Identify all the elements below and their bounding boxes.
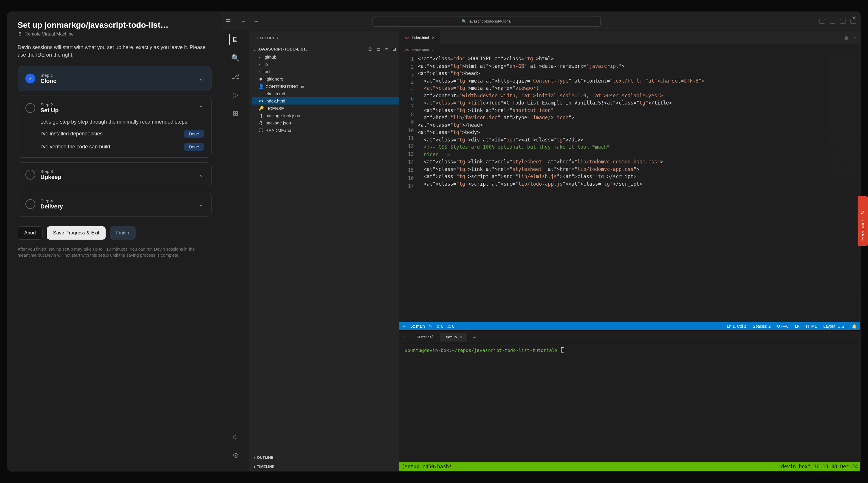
add-terminal-icon[interactable]: ＋ xyxy=(468,333,480,341)
done-button-deps[interactable]: Done xyxy=(184,130,204,138)
file-icon: ↓ xyxy=(258,91,263,96)
file-.github[interactable]: .github xyxy=(252,53,399,61)
indent-setting[interactable]: Spaces: 2 xyxy=(753,324,771,329)
check-icon: ✓ xyxy=(25,73,35,84)
file-index.html[interactable]: <>index.html xyxy=(252,97,399,104)
account-icon[interactable]: ☺ xyxy=(230,431,241,443)
command-center[interactable]: 🔍 javascript-todo-list-tutorial xyxy=(373,16,600,27)
chevron-up-icon[interactable]: ⌃ xyxy=(199,104,204,112)
layout-left-icon[interactable] xyxy=(819,19,825,24)
step-clone[interactable]: ✓ Step 1 Clone ⌄ xyxy=(18,66,212,91)
encoding[interactable]: UTF-8 xyxy=(777,324,788,329)
file-package-lock.json[interactable]: {}package-lock.json xyxy=(252,112,399,119)
remote-indicator-icon[interactable]: ⇋ xyxy=(403,324,406,329)
file-.gitignore[interactable]: ◆.gitignore xyxy=(252,75,399,83)
line-number: 12 xyxy=(399,143,414,151)
more-icon[interactable]: ⋯ xyxy=(852,35,856,40)
debug-icon[interactable]: ▷ xyxy=(230,89,241,101)
explorer-sidebar: EXPLORER ⋯ ⌄ JAVASCRIPT-TODO-LIST… 🗋 🗀 ⟳… xyxy=(249,31,399,471)
file-icon: 👤 xyxy=(258,84,263,89)
tmux-status: [setup-c450:bash* "devin-box" 16:13 08-D… xyxy=(399,462,860,471)
step-delivery[interactable]: Step 4 Delivery ⌄ xyxy=(18,192,212,216)
abort-button[interactable]: Abort xyxy=(18,227,43,240)
editor-tab-index-html[interactable]: <> index.html ✕ xyxy=(399,31,440,44)
chevron-down-icon[interactable]: ⌄ xyxy=(199,171,204,178)
file-icon: 🔑 xyxy=(258,105,263,111)
close-icon[interactable]: ✕ xyxy=(460,335,462,339)
outline-section[interactable]: › OUTLINE xyxy=(249,453,399,462)
language-mode[interactable]: HTML xyxy=(806,324,817,329)
line-number: 1 xyxy=(399,55,414,63)
cursor-position[interactable]: Ln 1, Col 1 xyxy=(727,324,746,329)
file-README.md[interactable]: ⓘREADME.md xyxy=(252,126,399,134)
line-number: 17 xyxy=(399,182,414,190)
refresh-icon[interactable]: ⟳ xyxy=(385,47,389,52)
search-icon: 🔍 xyxy=(462,19,466,23)
code-editor[interactable]: 1234567891011121314151617 <!at">class="d… xyxy=(399,55,860,322)
layout-right-icon[interactable] xyxy=(840,19,846,24)
file-test[interactable]: test xyxy=(252,68,399,75)
minimap[interactable] xyxy=(829,55,860,322)
search-activity-icon[interactable]: 🔍 xyxy=(230,52,241,64)
chevron-right-icon: › xyxy=(432,48,433,52)
explorer-icon[interactable]: 🗎 xyxy=(229,34,241,45)
collapse-icon[interactable]: ⊟ xyxy=(393,47,396,52)
footer-note: After you finish, saving setup may take … xyxy=(18,246,212,258)
terminal-body[interactable]: ubuntu@devin-box:~/repos/javascript-todo… xyxy=(399,344,860,462)
line-number: 2 xyxy=(399,63,414,71)
feedback-button[interactable]: Feedback ☺ xyxy=(858,196,868,246)
chevron-down-icon[interactable]: ⌄ xyxy=(199,75,204,82)
menu-icon[interactable]: ☰ xyxy=(226,18,235,25)
task-row-deps: I've installed dependencies Done xyxy=(40,130,204,138)
nav-forward-icon[interactable]: → xyxy=(250,17,262,26)
gear-icon[interactable]: ⚙ xyxy=(230,450,241,461)
chevron-down-icon[interactable]: ⌄ xyxy=(199,201,204,208)
new-file-icon[interactable]: 🗋 xyxy=(368,47,372,52)
new-folder-icon[interactable]: 🗀 xyxy=(376,47,381,52)
sync-icon[interactable]: ⟳ xyxy=(429,324,432,329)
terminal-prompt-icon: ›_ xyxy=(403,335,407,339)
line-number: 7 xyxy=(399,103,414,111)
errors-count[interactable]: ⊘ 0 xyxy=(436,324,443,329)
smile-icon: ☺ xyxy=(860,210,865,216)
nav-back-icon[interactable]: ← xyxy=(238,17,249,26)
step-upkeep[interactable]: Step 3 Upkeep ⌄ xyxy=(18,162,212,187)
eol[interactable]: LF xyxy=(795,324,799,329)
bell-icon[interactable]: 🔔 xyxy=(852,324,857,329)
timeline-section[interactable]: › TIMELINE xyxy=(249,462,399,471)
done-button-build[interactable]: Done xyxy=(184,143,204,151)
file-package.json[interactable]: {}package.json xyxy=(252,119,399,126)
line-number: 4 xyxy=(399,79,414,87)
file-elmish.md[interactable]: ↓elmish.md xyxy=(252,90,399,97)
file-LICENSE[interactable]: 🔑LICENSE xyxy=(252,104,399,112)
step-circle-empty xyxy=(25,170,35,180)
status-bar: ⇋ ⎇ main ⟳ ⊘ 0 ⚠ 0 Ln 1, Col 1 Spaces: 2… xyxy=(399,322,860,330)
breadcrumb[interactable]: <> index.html › … xyxy=(399,45,860,55)
line-number: 6 xyxy=(399,95,414,103)
line-number: 5 xyxy=(399,87,414,95)
terminal-panel: ›_ Terminal setup ✕ ＋ ubuntu@devin-box:~… xyxy=(399,330,860,471)
terminal-tab-terminal[interactable]: Terminal xyxy=(411,333,439,341)
git-icon[interactable]: ⎇ xyxy=(230,71,241,82)
html-file-icon: <> xyxy=(405,48,409,52)
file-icon: <> xyxy=(258,98,263,103)
terminal-tab-setup[interactable]: setup ✕ xyxy=(440,333,467,341)
close-tab-icon[interactable]: ✕ xyxy=(432,35,435,40)
chevron-down-icon[interactable]: ⌄ xyxy=(253,47,256,51)
line-number: 14 xyxy=(399,158,414,167)
activity-bar: 🗎 🔍 ⎇ ▷ ⊞ ☺ ⚙ xyxy=(222,31,249,471)
finish-button[interactable]: Finish xyxy=(110,227,135,240)
subtitle: Remote Virtual Machine xyxy=(25,31,73,37)
keyboard-layout[interactable]: Layout: U.S. xyxy=(823,324,845,329)
branch-indicator[interactable]: ⎇ main xyxy=(410,324,425,329)
close-workspace[interactable]: ✕ xyxy=(852,15,856,21)
file-CONTRIBUTING.md[interactable]: 👤CONTRIBUTING.md xyxy=(252,83,399,90)
step-circle-empty xyxy=(25,199,35,209)
warnings-count[interactable]: ⚠ 0 xyxy=(447,324,455,329)
split-icon[interactable]: ▥ xyxy=(844,35,848,40)
more-icon[interactable]: ⋯ xyxy=(390,36,394,40)
file-lib[interactable]: lib xyxy=(252,61,399,68)
layout-bottom-icon[interactable] xyxy=(830,19,835,24)
extensions-icon[interactable]: ⊞ xyxy=(230,108,241,119)
save-button[interactable]: Save Progress & Exit xyxy=(47,227,106,240)
